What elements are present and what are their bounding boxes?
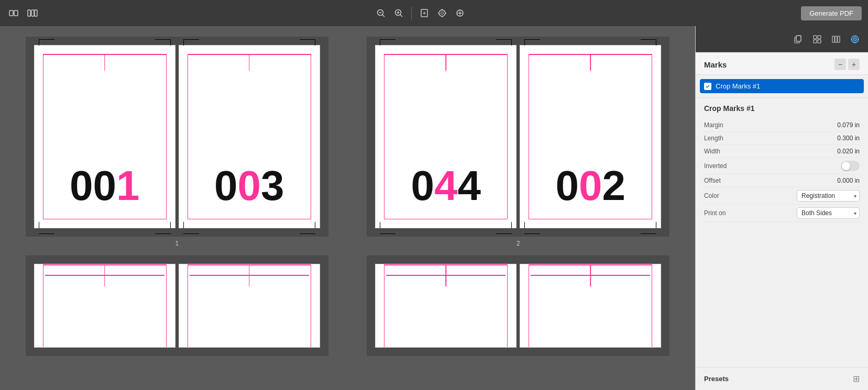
property-width: Width 0.020 in	[704, 145, 860, 158]
crop-mark-br-v-2	[656, 222, 656, 228]
crop-mark-tl-v-2	[524, 39, 525, 46]
toolbar-right: Generate PDF	[801, 6, 862, 20]
panel-icon-columns[interactable]	[828, 31, 844, 47]
pink-digit-001: 1	[116, 162, 140, 209]
toolbar-divider-1	[411, 7, 412, 19]
crop-mark-tl-v-44	[380, 39, 380, 46]
crop-mark-br-h-44	[496, 233, 512, 234]
spread-1-label: 1	[175, 240, 179, 247]
svg-rect-35	[838, 36, 840, 42]
crop-mark-tr-v-2	[656, 39, 656, 46]
crop-mark-tr-h-3	[300, 39, 315, 40]
spread-2-label: 2	[517, 240, 520, 247]
svg-rect-33	[832, 36, 834, 42]
page-001: 001	[34, 45, 175, 228]
main-toolbar: Generate PDF	[0, 0, 868, 26]
spread-1-box: 001 003	[26, 37, 328, 237]
width-label: Width	[704, 148, 720, 155]
print-on-label: Print on	[704, 209, 726, 217]
generate-pdf-button[interactable]: Generate PDF	[801, 6, 862, 20]
spread-1: 001 003	[10, 37, 344, 247]
page-num-001: 001	[70, 165, 139, 207]
presets-grid-icon: ⊞	[853, 374, 860, 384]
svg-point-38	[854, 39, 855, 40]
marks-plus-button[interactable]: +	[848, 59, 860, 70]
svg-rect-0	[9, 10, 13, 16]
page-partial-4	[520, 264, 661, 348]
page-partial-3	[375, 264, 517, 348]
top-tick-3	[249, 54, 250, 71]
svg-point-17	[441, 12, 444, 15]
page-003: 003	[179, 45, 320, 228]
crop-mark-bl-v-2	[524, 222, 525, 228]
property-color: Color Registration	[704, 187, 860, 205]
offset-label: Offset	[704, 177, 721, 184]
spread-3-box	[26, 255, 328, 356]
panel-icon-copy[interactable]	[790, 31, 806, 47]
layout-icon-1[interactable]	[6, 6, 21, 20]
crop-marks-item[interactable]: Crop Marks #1	[700, 79, 864, 93]
crop-mark-br-h-1	[155, 233, 171, 234]
crop-mark-tl-v-1	[39, 39, 39, 46]
spread-2-box: 044 002	[367, 37, 669, 237]
svg-rect-27	[796, 36, 801, 41]
crop-mark-tl-h-1	[39, 39, 54, 40]
crop-mark-tl-h-44	[380, 39, 395, 40]
panel-icon-grid[interactable]	[809, 31, 825, 47]
pink-digit-002: 0	[579, 162, 602, 209]
crop-mark-tr-h-2	[641, 39, 656, 40]
page-002: 002	[520, 45, 661, 228]
property-length: Length 0.300 in	[704, 132, 860, 145]
color-select-wrapper: Registration	[797, 190, 860, 202]
svg-line-8	[382, 15, 384, 17]
pp-vtick-3	[446, 275, 447, 286]
fit-spread-button[interactable]	[453, 6, 467, 20]
fit-width-button[interactable]	[435, 6, 449, 20]
marks-title: Marks	[704, 60, 727, 69]
layout-icon-2[interactable]	[25, 6, 40, 20]
crop-mark-tl-h-2	[524, 39, 540, 40]
length-label: Length	[704, 135, 723, 142]
crop-mark-tr-h-1	[155, 39, 171, 40]
toggle-knob	[842, 162, 850, 170]
crop-mark-bl-h-3	[183, 233, 199, 234]
marks-minus-button[interactable]: −	[834, 59, 846, 70]
crop-mark-tr-h-44	[496, 39, 512, 40]
spread-4-partial	[352, 255, 685, 356]
pp-cm-7	[183, 264, 184, 264]
fit-page-button[interactable]	[417, 6, 432, 20]
marks-header: Marks − +	[696, 52, 868, 75]
page-num-003: 003	[214, 165, 284, 207]
crop-mark-bl-h-2	[524, 233, 540, 234]
length-value: 0.300 in	[837, 135, 860, 142]
crop-mark-bl-v-1	[39, 222, 39, 228]
print-on-select-wrapper: Both Sides	[797, 207, 860, 219]
page-num-044: 044	[411, 165, 481, 207]
panel-icon-target[interactable]	[847, 31, 863, 47]
zoom-in-button[interactable]	[391, 6, 406, 20]
crop-marks-checkbox[interactable]	[704, 83, 711, 90]
margin-label: Margin	[704, 121, 723, 129]
inverted-toggle[interactable]	[841, 161, 860, 171]
toolbar-center	[44, 6, 797, 20]
crop-mark-bl-v-3	[183, 222, 184, 228]
page-partial-2	[179, 264, 320, 348]
color-select[interactable]: Registration	[797, 190, 860, 202]
crop-mark-bl-v-44	[380, 222, 380, 228]
inverted-label: Inverted	[704, 162, 727, 170]
crop-marks-detail: Crop Marks #1 Margin 0.079 in Length 0.3…	[696, 97, 868, 228]
pp-vtick-4	[590, 275, 591, 286]
top-tick-44	[446, 54, 447, 71]
presets-title: Presets	[704, 375, 729, 383]
pp-cm-15	[524, 264, 525, 264]
pp-vtick-1	[104, 275, 105, 286]
pp-cm-3	[39, 264, 39, 264]
print-on-select[interactable]: Both Sides	[797, 207, 860, 219]
svg-rect-5	[35, 10, 37, 16]
zoom-out-button[interactable]	[373, 6, 388, 20]
page-num-002: 002	[556, 165, 626, 207]
spread-4-box	[367, 255, 669, 356]
pp-cm-8	[315, 264, 315, 264]
crop-mark-bl-h-44	[380, 233, 395, 234]
right-panel: Marks − + Crop Marks #1 Crop Marks #1 Ma…	[695, 26, 868, 390]
